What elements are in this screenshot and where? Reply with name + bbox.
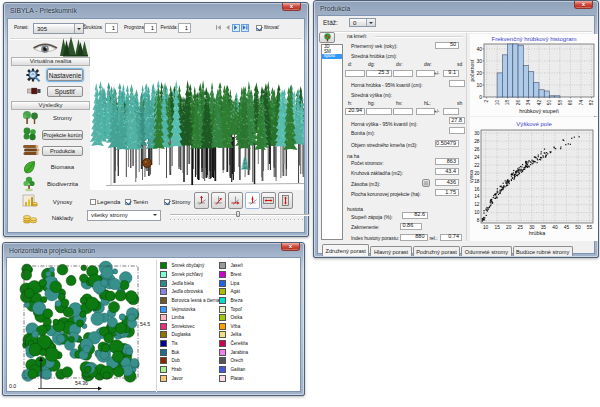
- nastavenie-button[interactable]: Nastavenie: [47, 69, 83, 81]
- plocha-label: Plocha korunovej projekcie (ha):: [351, 191, 421, 197]
- legend-swatch: [160, 314, 167, 321]
- perioda-input[interactable]: 1: [178, 23, 191, 33]
- h-input-4[interactable]: [443, 108, 459, 115]
- zasoba-label: Zásoba (m3):: [351, 181, 380, 187]
- vek-input[interactable]: 50: [435, 42, 459, 49]
- pocet-input[interactable]: 863: [435, 158, 459, 165]
- legenda-checkbox[interactable]: [90, 199, 96, 205]
- nav-last-button[interactable]: [241, 24, 249, 32]
- projekcia-close-button[interactable]: x: [281, 243, 300, 251]
- rel-input[interactable]: 0.74: [440, 234, 462, 241]
- legend-swatch: [219, 323, 226, 330]
- legend-right-row-1: Jaseň: [219, 262, 248, 271]
- zoom-slider[interactable]: [170, 211, 309, 221]
- legend-label: Buk: [172, 350, 180, 355]
- nav-first-button[interactable]: [215, 24, 223, 31]
- zasoba-input[interactable]: 436: [435, 179, 459, 186]
- view-button-1[interactable]: [194, 192, 209, 209]
- porast-combobox[interactable]: 305: [33, 23, 84, 34]
- legend-right-row-2: Brest: [219, 270, 248, 279]
- legend-right-row-3: Lipa: [219, 279, 248, 288]
- d-input-2[interactable]: [393, 70, 413, 77]
- zapoj-input[interactable]: 82.6: [402, 212, 428, 219]
- teren-checkbox[interactable]: [125, 199, 131, 205]
- view-button-2[interactable]: [211, 192, 226, 209]
- species-icon-button[interactable]: [319, 32, 335, 43]
- legend-right-row-10: Čerešňa: [219, 339, 248, 348]
- legend-left-row-12: Dub: [160, 357, 219, 366]
- spustit-button[interactable]: Spustiť: [47, 86, 83, 97]
- tree-filter-arrow[interactable]: [150, 212, 160, 218]
- sidebar-item-2[interactable]: Projekcie korún: [42, 130, 83, 140]
- legend-swatch: [219, 340, 226, 347]
- svg-text:54.5: 54.5: [140, 321, 150, 327]
- plocha-input[interactable]: 1.75: [435, 189, 459, 196]
- tree-filter-combobox[interactable]: všetky stromy: [87, 210, 161, 221]
- zasoba-detail-button[interactable]: [422, 179, 430, 187]
- na-kmen-separator: [375, 36, 463, 37]
- h-input-0[interactable]: 20.94: [345, 108, 365, 115]
- legend-swatch: [219, 271, 226, 278]
- legend-swatch: [160, 306, 167, 313]
- h-input-3[interactable]: [416, 108, 435, 115]
- view-button-4[interactable]: [245, 192, 260, 209]
- legend-label: Jelša: [231, 332, 242, 337]
- tab-5[interactable]: Budúce rubné stromy: [513, 246, 573, 256]
- tab-1[interactable]: Združený porast: [322, 244, 369, 256]
- index-input[interactable]: 880: [400, 234, 428, 241]
- explorer-close-button[interactable]: x: [282, 3, 301, 11]
- d-input-3[interactable]: [416, 70, 435, 77]
- legend-label: Javor: [172, 376, 183, 381]
- sidebar-item-1[interactable]: Stromy: [42, 115, 83, 121]
- d-input-4[interactable]: 9.1: [443, 70, 459, 77]
- produkcia-close-button[interactable]: x: [574, 1, 593, 9]
- svg-text:18: 18: [474, 179, 480, 184]
- bonita-input[interactable]: [449, 127, 465, 134]
- legend-label: Jaseň: [231, 263, 243, 268]
- nav-prev-button[interactable]: [224, 24, 232, 31]
- horna-vyska-input[interactable]: 27.8: [449, 117, 465, 124]
- sidebar-item-5[interactable]: Biodiverzita: [42, 181, 83, 187]
- prognoza-input[interactable]: 1: [144, 23, 157, 33]
- nav-next-button[interactable]: [232, 24, 240, 32]
- zakladna-input[interactable]: 43.4: [435, 168, 459, 175]
- d-input-1[interactable]: 25.3: [366, 70, 392, 77]
- forest-viewport[interactable]: [90, 40, 304, 190]
- legend-left-row-9: Duglaska: [160, 331, 219, 340]
- porast-dropdown-arrow[interactable]: [74, 24, 83, 33]
- filter-checkbox[interactable]: [256, 25, 262, 31]
- zoom-slider-thumb[interactable]: [236, 211, 240, 217]
- view-button-5[interactable]: [261, 192, 276, 209]
- zakmenenie-input[interactable]: 0.86: [400, 223, 422, 230]
- h-input-2[interactable]: [393, 108, 413, 115]
- legend-label: Jedľa obrovská: [172, 289, 203, 294]
- sidebar-item-7[interactable]: Náklady: [42, 215, 83, 221]
- tab-3[interactable]: Podružný porast: [413, 246, 461, 256]
- legend-label: Breza: [231, 298, 243, 303]
- etaz-dropdown-arrow[interactable]: [366, 19, 375, 26]
- tab-4[interactable]: Odumreté stromy: [461, 246, 511, 256]
- stromy-checkbox[interactable]: [164, 199, 170, 205]
- species-listbox[interactable]: JDSMspolu: [321, 44, 343, 240]
- struktura-input[interactable]: 1: [105, 23, 118, 33]
- legend-label: Orech: [231, 358, 244, 363]
- etaz-combobox[interactable]: 0: [349, 18, 376, 27]
- tab-2[interactable]: Hlavný porast: [370, 246, 411, 256]
- view-button-6[interactable]: [278, 192, 293, 209]
- objem-input[interactable]: 0.50479: [435, 140, 459, 147]
- pocet-label: Počet stromov:: [351, 160, 384, 166]
- sidebar-item-4[interactable]: Biomasa: [42, 164, 83, 170]
- svg-text:22: 22: [474, 163, 480, 168]
- sidebar-item-3[interactable]: Produkcia: [42, 146, 83, 156]
- species-item-spolu[interactable]: spolu: [322, 54, 342, 59]
- scatter-chart: Výškové pole8101214161820222426283010152…: [470, 117, 598, 241]
- zapoj-label: Stupeň zápoja (%):: [351, 214, 393, 220]
- legend-label: Hrab: [172, 367, 182, 372]
- svg-text:30: 30: [529, 225, 535, 230]
- horna-hrubka-input[interactable]: [449, 80, 465, 87]
- crown-map[interactable]: 54.554.360.0: [7, 258, 155, 393]
- h-input-1[interactable]: [366, 108, 392, 115]
- view-button-3[interactable]: [228, 192, 243, 209]
- sidebar-item-6[interactable]: Výnosy: [42, 199, 83, 205]
- d-input-0[interactable]: [345, 70, 365, 77]
